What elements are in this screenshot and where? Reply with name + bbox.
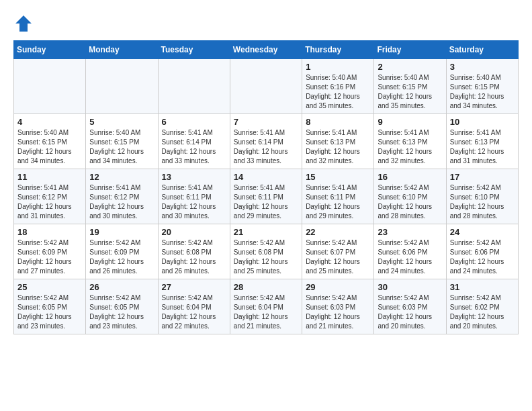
calendar-week-row: 11Sunrise: 5:41 AM Sunset: 6:12 PM Dayli… (14, 169, 519, 224)
calendar-cell: 28Sunrise: 5:42 AM Sunset: 6:04 PM Dayli… (230, 279, 302, 334)
calendar-cell: 12Sunrise: 5:41 AM Sunset: 6:12 PM Dayli… (86, 169, 158, 224)
day-info: Sunrise: 5:40 AM Sunset: 6:15 PM Dayligh… (89, 128, 154, 166)
day-info: Sunrise: 5:40 AM Sunset: 6:16 PM Dayligh… (306, 73, 370, 111)
day-info: Sunrise: 5:42 AM Sunset: 6:05 PM Dayligh… (89, 293, 154, 331)
day-info: Sunrise: 5:42 AM Sunset: 6:09 PM Dayligh… (17, 238, 82, 276)
day-number: 3 (450, 62, 515, 72)
day-number: 20 (162, 227, 226, 237)
day-info: Sunrise: 5:42 AM Sunset: 6:09 PM Dayligh… (89, 238, 154, 276)
day-info: Sunrise: 5:42 AM Sunset: 6:08 PM Dayligh… (162, 238, 226, 276)
calendar-cell (158, 59, 230, 114)
day-number: 12 (89, 172, 154, 182)
calendar-cell: 14Sunrise: 5:41 AM Sunset: 6:11 PM Dayli… (230, 169, 302, 224)
logo[interactable] (13, 13, 36, 34)
day-info: Sunrise: 5:42 AM Sunset: 6:03 PM Dayligh… (378, 293, 442, 331)
calendar-header-saturday: Saturday (446, 41, 518, 59)
day-number: 30 (378, 282, 442, 292)
day-number: 6 (162, 117, 226, 127)
day-info: Sunrise: 5:42 AM Sunset: 6:05 PM Dayligh… (17, 293, 82, 331)
day-number: 11 (17, 172, 82, 182)
calendar-cell: 27Sunrise: 5:42 AM Sunset: 6:04 PM Dayli… (158, 279, 230, 334)
day-info: Sunrise: 5:41 AM Sunset: 6:11 PM Dayligh… (162, 183, 226, 221)
day-number: 27 (162, 282, 226, 292)
day-info: Sunrise: 5:41 AM Sunset: 6:14 PM Dayligh… (234, 128, 298, 166)
day-info: Sunrise: 5:41 AM Sunset: 6:12 PM Dayligh… (17, 183, 82, 221)
day-number: 5 (89, 117, 154, 127)
day-number: 13 (162, 172, 226, 182)
calendar-cell: 31Sunrise: 5:42 AM Sunset: 6:02 PM Dayli… (446, 279, 518, 334)
calendar-cell: 10Sunrise: 5:41 AM Sunset: 6:13 PM Dayli… (446, 114, 518, 169)
day-number: 31 (450, 282, 515, 292)
calendar-cell: 4Sunrise: 5:40 AM Sunset: 6:15 PM Daylig… (14, 114, 86, 169)
day-info: Sunrise: 5:42 AM Sunset: 6:04 PM Dayligh… (234, 293, 298, 331)
day-number: 16 (378, 172, 442, 182)
calendar-table: SundayMondayTuesdayWednesdayThursdayFrid… (13, 40, 519, 334)
calendar-week-row: 18Sunrise: 5:42 AM Sunset: 6:09 PM Dayli… (14, 224, 519, 279)
day-number: 15 (306, 172, 370, 182)
day-number: 10 (450, 117, 515, 127)
calendar-cell: 2Sunrise: 5:40 AM Sunset: 6:15 PM Daylig… (374, 59, 446, 114)
day-number: 8 (306, 117, 370, 127)
day-number: 29 (306, 282, 370, 292)
calendar-cell (86, 59, 158, 114)
day-number: 21 (234, 227, 298, 237)
calendar-header-thursday: Thursday (302, 41, 374, 59)
calendar-cell: 15Sunrise: 5:41 AM Sunset: 6:11 PM Dayli… (302, 169, 374, 224)
day-info: Sunrise: 5:42 AM Sunset: 6:07 PM Dayligh… (306, 238, 370, 276)
day-number: 28 (234, 282, 298, 292)
calendar-cell: 26Sunrise: 5:42 AM Sunset: 6:05 PM Dayli… (86, 279, 158, 334)
day-number: 22 (306, 227, 370, 237)
svg-marker-0 (15, 15, 32, 32)
calendar-header-sunday: Sunday (14, 41, 86, 59)
calendar-cell (230, 59, 302, 114)
day-number: 4 (17, 117, 82, 127)
day-info: Sunrise: 5:42 AM Sunset: 6:03 PM Dayligh… (306, 293, 370, 331)
calendar-cell: 24Sunrise: 5:42 AM Sunset: 6:06 PM Dayli… (446, 224, 518, 279)
calendar-cell: 29Sunrise: 5:42 AM Sunset: 6:03 PM Dayli… (302, 279, 374, 334)
day-info: Sunrise: 5:42 AM Sunset: 6:08 PM Dayligh… (234, 238, 298, 276)
calendar-header-monday: Monday (86, 41, 158, 59)
day-number: 23 (378, 227, 442, 237)
calendar-week-row: 1Sunrise: 5:40 AM Sunset: 6:16 PM Daylig… (14, 59, 519, 114)
day-number: 17 (450, 172, 515, 182)
calendar-cell: 22Sunrise: 5:42 AM Sunset: 6:07 PM Dayli… (302, 224, 374, 279)
day-number: 25 (17, 282, 82, 292)
day-info: Sunrise: 5:40 AM Sunset: 6:15 PM Dayligh… (450, 73, 515, 111)
day-info: Sunrise: 5:42 AM Sunset: 6:10 PM Dayligh… (378, 183, 442, 221)
calendar-cell (14, 59, 86, 114)
day-info: Sunrise: 5:42 AM Sunset: 6:02 PM Dayligh… (450, 293, 515, 331)
day-info: Sunrise: 5:40 AM Sunset: 6:15 PM Dayligh… (17, 128, 82, 166)
calendar-cell: 17Sunrise: 5:42 AM Sunset: 6:10 PM Dayli… (446, 169, 518, 224)
calendar-cell: 6Sunrise: 5:41 AM Sunset: 6:14 PM Daylig… (158, 114, 230, 169)
day-info: Sunrise: 5:41 AM Sunset: 6:14 PM Dayligh… (162, 128, 226, 166)
calendar-header-wednesday: Wednesday (230, 41, 302, 59)
day-info: Sunrise: 5:42 AM Sunset: 6:06 PM Dayligh… (378, 238, 442, 276)
day-info: Sunrise: 5:41 AM Sunset: 6:13 PM Dayligh… (450, 128, 515, 166)
calendar-cell: 19Sunrise: 5:42 AM Sunset: 6:09 PM Dayli… (86, 224, 158, 279)
calendar-cell: 25Sunrise: 5:42 AM Sunset: 6:05 PM Dayli… (14, 279, 86, 334)
calendar-cell: 1Sunrise: 5:40 AM Sunset: 6:16 PM Daylig… (302, 59, 374, 114)
calendar-cell: 8Sunrise: 5:41 AM Sunset: 6:13 PM Daylig… (302, 114, 374, 169)
day-number: 26 (89, 282, 154, 292)
calendar-cell: 18Sunrise: 5:42 AM Sunset: 6:09 PM Dayli… (14, 224, 86, 279)
calendar-cell: 16Sunrise: 5:42 AM Sunset: 6:10 PM Dayli… (374, 169, 446, 224)
calendar-header-row: SundayMondayTuesdayWednesdayThursdayFrid… (14, 41, 519, 59)
day-info: Sunrise: 5:40 AM Sunset: 6:15 PM Dayligh… (378, 73, 442, 111)
logo-icon (13, 13, 34, 34)
calendar-cell: 23Sunrise: 5:42 AM Sunset: 6:06 PM Dayli… (374, 224, 446, 279)
calendar-cell: 20Sunrise: 5:42 AM Sunset: 6:08 PM Dayli… (158, 224, 230, 279)
day-info: Sunrise: 5:41 AM Sunset: 6:11 PM Dayligh… (306, 183, 370, 221)
day-info: Sunrise: 5:41 AM Sunset: 6:13 PM Dayligh… (378, 128, 442, 166)
day-number: 7 (234, 117, 298, 127)
day-number: 9 (378, 117, 442, 127)
day-info: Sunrise: 5:42 AM Sunset: 6:10 PM Dayligh… (450, 183, 515, 221)
calendar-cell: 13Sunrise: 5:41 AM Sunset: 6:11 PM Dayli… (158, 169, 230, 224)
calendar-week-row: 25Sunrise: 5:42 AM Sunset: 6:05 PM Dayli… (14, 279, 519, 334)
day-number: 1 (306, 62, 370, 72)
calendar-cell: 21Sunrise: 5:42 AM Sunset: 6:08 PM Dayli… (230, 224, 302, 279)
calendar-cell: 3Sunrise: 5:40 AM Sunset: 6:15 PM Daylig… (446, 59, 518, 114)
day-number: 14 (234, 172, 298, 182)
day-info: Sunrise: 5:42 AM Sunset: 6:06 PM Dayligh… (450, 238, 515, 276)
day-number: 19 (89, 227, 154, 237)
day-info: Sunrise: 5:41 AM Sunset: 6:13 PM Dayligh… (306, 128, 370, 166)
